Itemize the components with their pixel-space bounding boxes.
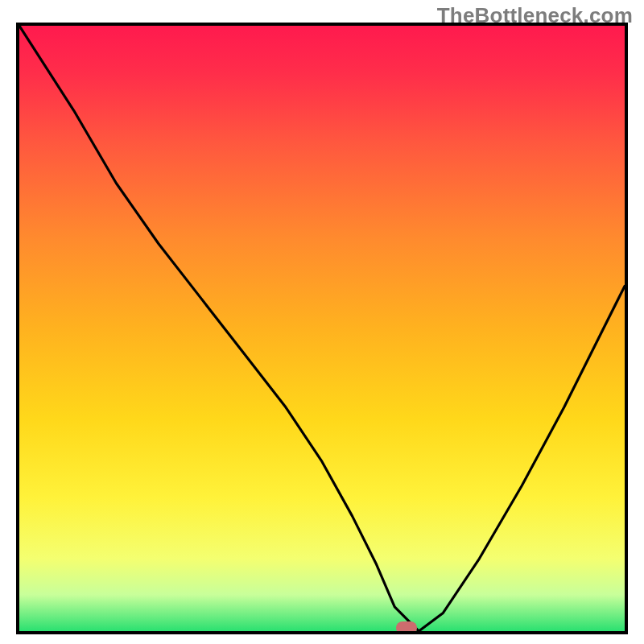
svg-rect-0 — [19, 26, 625, 631]
chart-frame: TheBottleneck.com — [0, 0, 644, 644]
plot-area — [16, 23, 628, 634]
gradient-background — [19, 26, 625, 631]
optimal-point-marker — [396, 621, 417, 634]
